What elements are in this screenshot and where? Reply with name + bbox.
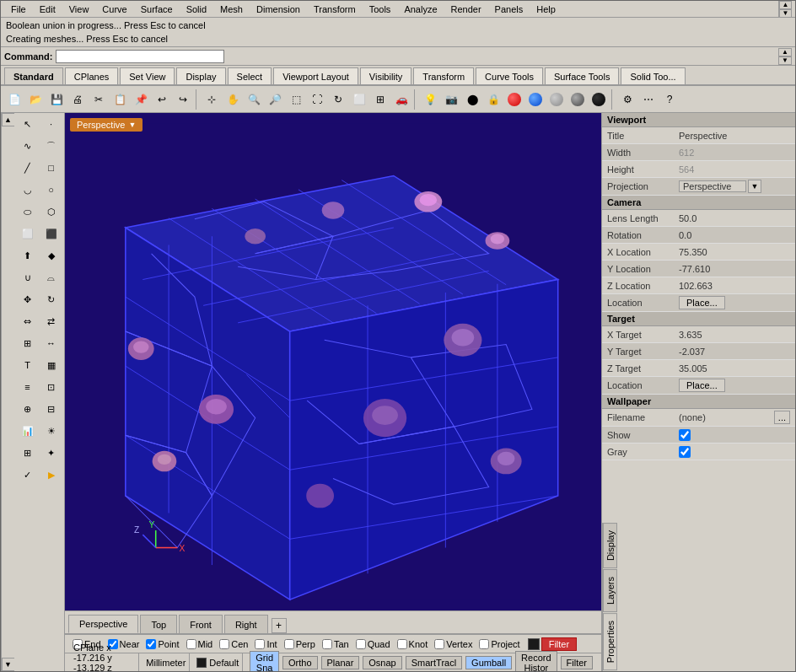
tab-cplanes[interactable]: CPlanes xyxy=(65,67,119,84)
tb-car[interactable]: 🚗 xyxy=(391,89,411,110)
show-checkbox[interactable] xyxy=(679,429,691,441)
menu-dimension[interactable]: Dimension xyxy=(250,3,307,16)
tool-mirror[interactable]: ⇄ xyxy=(40,311,62,331)
vp-tab-add[interactable]: + xyxy=(272,618,287,633)
menu-curve[interactable]: Curve xyxy=(95,3,133,16)
snap-quad-checkbox[interactable] xyxy=(356,639,366,649)
snap-vertex-checkbox[interactable] xyxy=(434,639,444,649)
place-target-button[interactable]: Place... xyxy=(679,379,725,392)
tool-layer[interactable]: ≡ xyxy=(16,377,39,397)
command-input[interactable] xyxy=(56,50,224,63)
menu-view[interactable]: View xyxy=(62,3,96,16)
tb-color1[interactable] xyxy=(504,89,524,110)
filter-button[interactable]: Filter xyxy=(561,656,593,669)
gumball-button[interactable]: Gumball xyxy=(465,656,512,669)
tb-color4[interactable] xyxy=(567,89,588,110)
tb-color5[interactable] xyxy=(589,89,609,110)
tb-zoom-in[interactable]: 🔍 xyxy=(244,89,264,110)
tb-light[interactable]: 💡 xyxy=(420,89,440,110)
tool-block[interactable]: ⊟ xyxy=(40,399,62,419)
tb-redo[interactable]: ↪ xyxy=(173,89,193,110)
tool-select[interactable]: ↖ xyxy=(16,114,39,134)
menu-file[interactable]: File xyxy=(4,3,33,16)
tool-fillet[interactable]: ⌓ xyxy=(40,267,62,288)
tb-paste[interactable]: 📌 xyxy=(131,89,151,110)
menu-panels[interactable]: Panels xyxy=(488,3,530,16)
place-camera-button[interactable]: Place... xyxy=(679,296,725,309)
tool-ellipse[interactable]: ⬭ xyxy=(16,202,39,222)
smarttrack-button[interactable]: SmartTracl xyxy=(406,656,462,669)
tb-save[interactable]: 💾 xyxy=(46,89,67,110)
menu-help[interactable]: Help xyxy=(530,3,562,16)
menu-render[interactable]: Render xyxy=(444,3,488,16)
tool-point[interactable]: · xyxy=(40,114,62,134)
tab-visibility[interactable]: Visibility xyxy=(360,67,412,84)
menu-solid[interactable]: Solid xyxy=(180,3,213,16)
tool-group[interactable]: ⊕ xyxy=(16,399,39,419)
tool-mesh[interactable]: ⬛ xyxy=(40,223,62,244)
scroll-up-arrow[interactable]: ▲ xyxy=(2,113,15,126)
tool-grid2[interactable]: ⊞ xyxy=(16,443,39,463)
grid-button[interactable]: Grid Sna xyxy=(250,651,279,672)
tb-sphere[interactable]: ⬤ xyxy=(462,89,482,110)
snap-mid-checkbox[interactable] xyxy=(186,639,196,649)
tool-arrow[interactable]: ▶ xyxy=(40,465,62,485)
viewport[interactable]: Perspective ▼ xyxy=(65,113,601,610)
tb-viewport[interactable]: ⬜ xyxy=(349,89,369,110)
tb-new[interactable]: 📄 xyxy=(4,89,24,110)
tb-open[interactable]: 📂 xyxy=(25,89,46,110)
tool-circle[interactable]: ○ xyxy=(40,180,62,200)
scroll-up[interactable]: ▲ xyxy=(779,1,792,9)
tool-line[interactable]: ╱ xyxy=(16,158,39,178)
tab-setview[interactable]: Set View xyxy=(120,67,175,84)
vp-tab-top[interactable]: Top xyxy=(140,615,177,633)
menu-edit[interactable]: Edit xyxy=(33,3,62,16)
tool-solid[interactable]: ◆ xyxy=(40,245,62,266)
menu-analyze[interactable]: Analyze xyxy=(397,3,444,16)
tool-prop[interactable]: ⊡ xyxy=(40,377,62,397)
tool-scale[interactable]: ⇔ xyxy=(16,311,39,331)
scroll-down[interactable]: ▼ xyxy=(779,9,792,18)
projection-dropdown[interactable]: ▼ xyxy=(748,180,761,193)
cmd-scroll-up[interactable]: ▲ xyxy=(778,48,792,56)
tb-gear[interactable]: ⚙ xyxy=(617,89,637,110)
tb-rotate[interactable]: ↻ xyxy=(328,89,348,110)
tb-zoom-window[interactable]: ⬚ xyxy=(286,89,306,110)
tb-more[interactable]: ⋯ xyxy=(638,89,659,110)
tab-standard[interactable]: Standard xyxy=(4,67,63,84)
tool-curve[interactable]: ∿ xyxy=(16,136,39,156)
tb-select[interactable]: ⊹ xyxy=(202,89,222,110)
snap-int-checkbox[interactable] xyxy=(255,639,265,649)
tb-copy[interactable]: 📋 xyxy=(110,89,130,110)
tool-move[interactable]: ✥ xyxy=(16,289,39,309)
menu-transform[interactable]: Transform xyxy=(307,3,363,16)
ortho-button[interactable]: Ortho xyxy=(282,656,318,669)
menu-mesh[interactable]: Mesh xyxy=(213,3,250,16)
tb-zoom-out[interactable]: 🔎 xyxy=(265,89,285,110)
menu-tools[interactable]: Tools xyxy=(363,3,398,16)
side-tab-properties[interactable]: Properties xyxy=(603,613,617,670)
tb-help[interactable]: ? xyxy=(659,89,680,110)
gray-checkbox[interactable] xyxy=(679,446,691,458)
tool-rect[interactable]: □ xyxy=(40,158,62,178)
tb-lock[interactable]: 🔒 xyxy=(483,89,503,110)
snap-perp-checkbox[interactable] xyxy=(284,639,294,649)
record-button[interactable]: Record Histor xyxy=(515,651,557,672)
snap-cen-checkbox[interactable] xyxy=(219,639,229,649)
tb-camera[interactable]: 📷 xyxy=(441,89,461,110)
tb-cut[interactable]: ✂ xyxy=(89,89,109,110)
tool-text[interactable]: T xyxy=(16,355,39,375)
tb-pan[interactable]: ✋ xyxy=(223,89,243,110)
snap-tan-checkbox[interactable] xyxy=(322,639,332,649)
planar-button[interactable]: Planar xyxy=(321,656,360,669)
tool-arc[interactable]: ◡ xyxy=(16,180,39,200)
tool-analysis[interactable]: 📊 xyxy=(16,421,39,441)
tab-curvetools[interactable]: Curve Tools xyxy=(476,67,543,84)
snap-point-checkbox[interactable] xyxy=(146,639,156,649)
tb-undo[interactable]: ↩ xyxy=(152,89,172,110)
snap-knot-checkbox[interactable] xyxy=(397,639,407,649)
tool-extrude[interactable]: ⬆ xyxy=(16,245,39,266)
menu-surface[interactable]: Surface xyxy=(134,3,180,16)
tb-zoom-extent[interactable]: ⛶ xyxy=(307,89,327,110)
snap-project-checkbox[interactable] xyxy=(479,639,489,649)
